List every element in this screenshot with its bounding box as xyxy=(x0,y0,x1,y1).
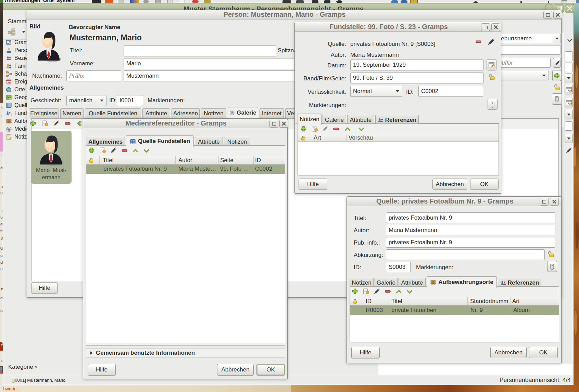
svg-text:2: 2 xyxy=(7,81,9,84)
